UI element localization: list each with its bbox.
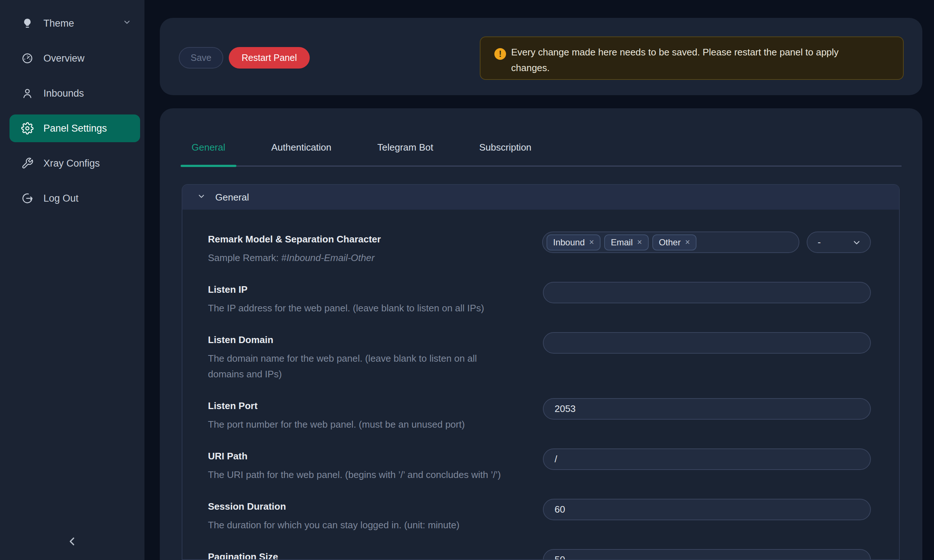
remove-tag-icon[interactable]: × <box>637 238 642 246</box>
sidebar-item-label: Panel Settings <box>43 123 107 134</box>
listen-port-input[interactable] <box>543 398 871 420</box>
tag-other: Other × <box>652 234 697 251</box>
settings-tabs: General Authentication Telegram Bot Subs… <box>180 108 902 167</box>
tab-general[interactable]: General <box>180 108 236 166</box>
field-description: The URI path for the web panel. (begins … <box>208 467 543 483</box>
user-icon <box>21 87 34 100</box>
listen-domain-input[interactable] <box>543 332 871 354</box>
field-label: Listen Port <box>208 400 543 412</box>
field-label: URI Path <box>208 450 543 462</box>
panel-settings-card: General Authentication Telegram Bot Subs… <box>160 108 922 560</box>
alert-message: Every change made here needs to be saved… <box>511 45 851 76</box>
sidebar-item-label: Overview <box>43 53 85 64</box>
dashboard-icon <box>21 52 34 65</box>
toolbar-card: Save Restart Panel ! Every change made h… <box>160 18 922 95</box>
listen-ip-input[interactable] <box>543 282 871 303</box>
form-row-listen-port: Listen Port The port number for the web … <box>208 397 871 432</box>
field-label: Pagination Size <box>208 551 543 560</box>
form-row-listen-domain: Listen Domain The domain name for the we… <box>208 331 871 382</box>
restart-warning-alert: ! Every change made here needs to be sav… <box>480 37 904 80</box>
restart-panel-button[interactable]: Restart Panel <box>229 47 310 69</box>
field-label: Listen Domain <box>208 334 543 346</box>
general-collapse-body: Remark Model & Separation Character Samp… <box>182 210 899 560</box>
tab-authentication[interactable]: Authentication <box>260 108 342 166</box>
sidebar-item-label: Inbounds <box>43 88 84 99</box>
chevron-down-icon <box>852 238 862 247</box>
chevron-down-icon <box>123 18 131 29</box>
sidebar-item-overview[interactable]: Overview <box>9 45 140 72</box>
sidebar-item-label: Xray Configs <box>43 158 100 169</box>
sample-remark-prefix: Sample Remark: <box>208 252 281 263</box>
session-duration-input[interactable] <box>543 499 871 520</box>
bulb-icon <box>21 17 34 29</box>
sidebar-item-panel-settings[interactable]: Panel Settings <box>9 114 140 142</box>
field-description: Sample Remark: #Inbound-Email-Other <box>208 250 542 266</box>
form-row-uri-path: URI Path The URI path for the web panel.… <box>208 447 871 483</box>
tag-label: Inbound <box>553 237 585 248</box>
field-description: The IP address for the web panel. (leave… <box>208 300 543 316</box>
tag-email: Email × <box>604 234 648 251</box>
general-collapse-header[interactable]: General <box>182 185 899 210</box>
form-row-pagination-size: Pagination Size <box>208 548 871 560</box>
general-collapse-panel: General Remark Model & Separation Charac… <box>182 184 900 560</box>
form-row-listen-ip: Listen IP The IP address for the web pan… <box>208 280 871 316</box>
remark-model-multiselect[interactable]: Inbound × Email × Other × <box>542 232 799 253</box>
logout-icon <box>21 192 34 205</box>
tag-label: Email <box>611 237 633 248</box>
sidebar-nav: Theme Overview Inbounds Panel Settings <box>0 0 145 212</box>
chevron-down-icon <box>197 192 206 203</box>
save-button[interactable]: Save <box>179 47 223 69</box>
sidebar-item-theme[interactable]: Theme <box>9 9 140 37</box>
field-label: Listen IP <box>208 283 543 296</box>
form-row-remark-model: Remark Model & Separation Character Samp… <box>208 230 871 266</box>
chevron-left-icon <box>66 535 79 549</box>
pagination-size-input[interactable] <box>543 549 871 560</box>
remove-tag-icon[interactable]: × <box>589 238 594 246</box>
sidebar-item-log-out[interactable]: Log Out <box>9 185 140 212</box>
uri-path-input[interactable] <box>543 448 871 470</box>
field-label: Session Duration <box>208 500 543 512</box>
separator-value: - <box>818 237 821 248</box>
sample-remark-value: #Inbound-Email-Other <box>281 252 375 263</box>
form-row-session-duration: Session Duration The duration for which … <box>208 497 871 533</box>
section-title: General <box>215 192 249 203</box>
warning-icon: ! <box>494 48 506 60</box>
sidebar-item-xray-configs[interactable]: Xray Configs <box>9 149 140 177</box>
field-description: The domain name for the web panel. (leav… <box>208 351 496 382</box>
field-label: Remark Model & Separation Character <box>208 233 542 245</box>
field-description: The port number for the web panel. (must… <box>208 417 543 432</box>
sidebar-item-inbounds[interactable]: Inbounds <box>9 80 140 107</box>
sidebar-item-label: Log Out <box>43 193 79 204</box>
sidebar: Theme Overview Inbounds Panel Settings <box>0 0 145 560</box>
separator-select[interactable]: - <box>807 232 871 253</box>
remove-tag-icon[interactable]: × <box>685 238 690 246</box>
field-description: The duration for which you can stay logg… <box>208 517 543 533</box>
sidebar-item-label: Theme <box>43 18 74 29</box>
gear-icon <box>21 122 34 135</box>
wrench-icon <box>21 157 34 169</box>
tag-label: Other <box>659 237 681 248</box>
tab-telegram-bot[interactable]: Telegram Bot <box>366 108 444 166</box>
tab-subscription[interactable]: Subscription <box>468 108 542 166</box>
tag-inbound: Inbound × <box>547 234 601 251</box>
sidebar-collapse-button[interactable] <box>64 534 81 551</box>
